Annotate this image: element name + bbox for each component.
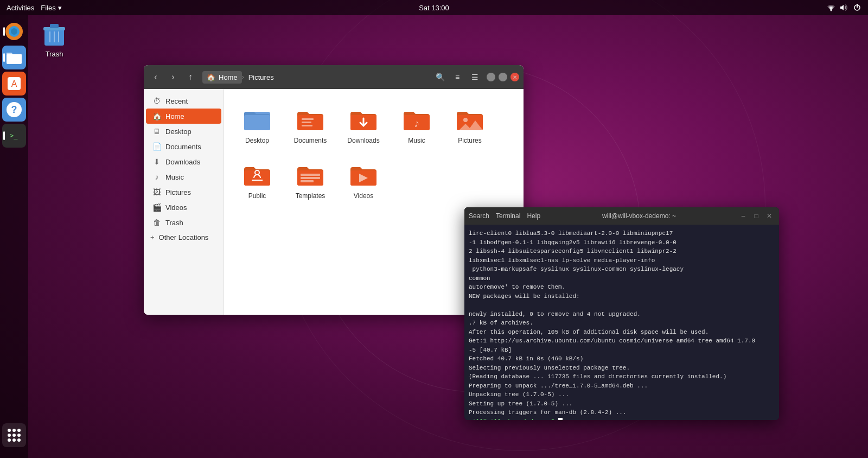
templates-folder-label: Templates	[296, 192, 326, 200]
sidebar-item-home[interactable]: 🏠 Home	[146, 109, 221, 124]
top-bar: Activities Files ▾ Sat 13:00	[0, 0, 868, 15]
menu-button[interactable]: ☰	[467, 69, 482, 85]
dock-item-firefox[interactable]	[2, 20, 26, 43]
running-indicator	[3, 53, 5, 62]
home-sidebar-icon: 🏠	[152, 112, 161, 120]
apps-grid-icon	[8, 429, 21, 442]
sidebar-item-desktop[interactable]: 🖥 Desktop	[146, 124, 221, 139]
terminal-prompt: will@will-vbox-dedemo:~$	[469, 418, 554, 421]
svg-rect-34	[301, 180, 314, 182]
running-indicator	[3, 27, 5, 36]
terminal-menu-search[interactable]: Search	[469, 212, 489, 220]
system-tray	[827, 3, 861, 12]
file-item-music[interactable]: ♪ Music	[392, 98, 441, 149]
terminal-body[interactable]: lirc-client0 liblua5.3-0 libmediaart-2.0…	[464, 225, 779, 420]
svg-rect-20	[244, 115, 270, 130]
svg-text:A: A	[11, 79, 17, 88]
home-icon: 🏠	[207, 73, 215, 81]
sidebar-item-downloads[interactable]: ⬇ Downloads	[146, 154, 221, 169]
terminal-prompt-line: will@will-vbox-dedemo:~$	[469, 417, 775, 421]
terminal-minimize[interactable]: –	[738, 211, 749, 221]
public-folder-label: Public	[248, 192, 266, 200]
public-folder-icon	[241, 157, 273, 190]
file-item-desktop[interactable]: Desktop	[233, 98, 282, 149]
templates-folder-icon	[294, 157, 327, 190]
svg-point-5	[11, 28, 17, 35]
videos-icon: 🎬	[152, 203, 161, 212]
dock-item-help[interactable]: ?	[2, 98, 26, 122]
terminal-cursor	[558, 418, 563, 421]
search-button[interactable]: 🔍	[432, 69, 448, 85]
trash-label: Trash	[46, 50, 63, 58]
file-item-pictures[interactable]: Pictures	[445, 98, 494, 149]
dock: A ? >_	[0, 15, 28, 458]
documents-icon: 📄	[152, 142, 161, 151]
list-view-button[interactable]: ≡	[450, 69, 465, 85]
svg-text:?: ?	[11, 104, 17, 115]
svg-text:>_: >_	[10, 132, 18, 139]
documents-folder-icon	[294, 102, 327, 135]
videos-folder-label: Videos	[354, 192, 373, 200]
music-folder-icon: ♪	[400, 102, 433, 135]
file-item-public[interactable]: Public	[233, 153, 282, 204]
svg-rect-32	[301, 174, 320, 176]
other-locations[interactable]: + Other Locations	[144, 230, 224, 245]
svg-rect-24	[302, 125, 312, 126]
sidebar-item-videos[interactable]: 🎬 Videos	[146, 200, 221, 215]
desktop-trash[interactable]: Trash	[36, 15, 73, 62]
sidebar-item-pictures[interactable]: 🖼 Pictures	[146, 185, 221, 200]
pictures-folder-label: Pictures	[458, 137, 481, 144]
running-indicator	[3, 131, 5, 140]
clock: Sat 13:00	[419, 4, 449, 12]
terminal-menu-help[interactable]: Help	[527, 212, 540, 220]
terminal-maximize[interactable]: □	[751, 211, 762, 221]
terminal-close[interactable]: ✕	[764, 211, 775, 221]
dock-item-files[interactable]	[2, 46, 26, 69]
breadcrumb-pictures[interactable]: Pictures	[244, 71, 278, 84]
file-item-videos[interactable]: Videos	[339, 153, 388, 204]
files-menu[interactable]: Files ▾	[41, 4, 61, 12]
activities-button[interactable]: Activities	[7, 4, 34, 12]
terminal-menu-terminal[interactable]: Terminal	[496, 212, 520, 220]
parent-button[interactable]: ↑	[183, 69, 198, 85]
breadcrumb: 🏠 Home › Pictures	[202, 71, 428, 84]
downloads-folder-label: Downloads	[347, 137, 379, 144]
file-item-templates[interactable]: Templates	[286, 153, 335, 204]
maximize-button[interactable]	[499, 73, 507, 81]
downloads-folder-icon	[347, 102, 380, 135]
trash-icon	[40, 20, 68, 48]
add-icon: +	[150, 233, 155, 241]
forward-button[interactable]: ›	[165, 69, 181, 85]
svg-rect-15	[50, 24, 59, 28]
sidebar-item-trash[interactable]: 🗑 Trash	[146, 215, 221, 230]
close-button[interactable]: ✕	[510, 73, 519, 81]
sidebar-item-music[interactable]: ♪ Music	[146, 169, 221, 185]
svg-point-0	[831, 10, 832, 11]
terminal-output: lirc-client0 liblua5.3-0 libmediaart-2.0…	[469, 229, 775, 417]
svg-rect-33	[301, 177, 320, 179]
volume-icon[interactable]	[840, 3, 848, 12]
window-controls: ✕	[487, 73, 519, 81]
sidebar-item-recent[interactable]: ⏱ Recent	[146, 93, 221, 109]
terminal-titlebar: Search Terminal Help will@will-vbox-dede…	[464, 207, 779, 225]
pictures-folder-icon	[454, 102, 486, 135]
file-item-downloads[interactable]: Downloads	[339, 98, 388, 149]
show-apps-button[interactable]	[2, 423, 26, 447]
pictures-icon: 🖼	[152, 188, 161, 196]
svg-rect-6	[7, 54, 22, 64]
svg-rect-22	[302, 118, 314, 120]
terminal-controls: – □ ✕	[738, 211, 775, 221]
music-folder-label: Music	[408, 137, 425, 144]
sidebar-item-documents[interactable]: 📄 Documents	[146, 139, 221, 154]
terminal-window: Search Terminal Help will@will-vbox-dede…	[464, 207, 779, 420]
back-button[interactable]: ‹	[148, 69, 163, 85]
file-item-documents[interactable]: Documents	[286, 98, 335, 149]
power-icon[interactable]	[853, 3, 861, 12]
minimize-button[interactable]	[487, 73, 495, 81]
dock-item-terminal[interactable]: >_	[2, 124, 26, 148]
breadcrumb-home[interactable]: 🏠 Home	[202, 71, 242, 84]
dock-item-software[interactable]: A	[2, 72, 26, 96]
svg-point-29	[463, 118, 468, 122]
network-icon[interactable]	[827, 3, 835, 12]
svg-text:♪: ♪	[414, 117, 419, 129]
